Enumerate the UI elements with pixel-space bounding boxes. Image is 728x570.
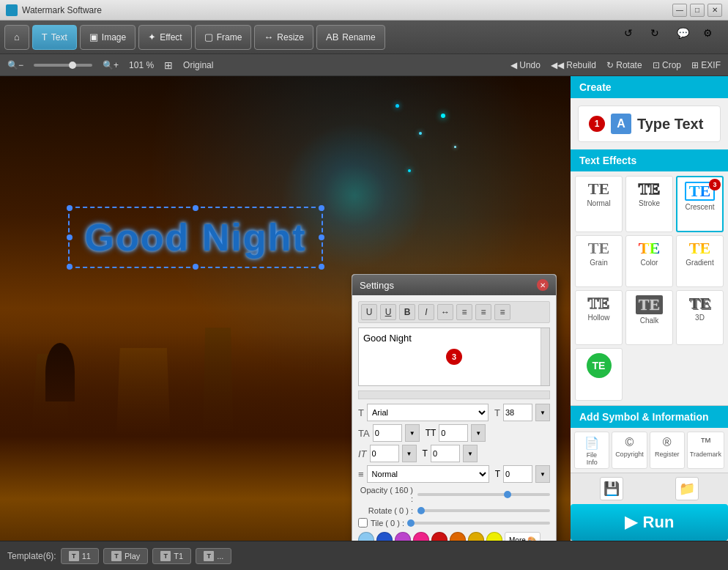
effect-stroke[interactable]: TE Stroke xyxy=(625,176,673,232)
settings-btn[interactable]: ⚙ xyxy=(703,27,724,48)
color-yellow[interactable] xyxy=(486,532,502,541)
underline-btn[interactable]: U xyxy=(361,304,377,320)
effect-grain[interactable]: TE Grain xyxy=(575,235,623,287)
frame-button[interactable]: ▢ Frame xyxy=(195,25,252,50)
more-colors-btn[interactable]: More 🎨 xyxy=(505,532,541,541)
color-lightblue[interactable] xyxy=(358,532,374,541)
h-scrollbar[interactable] xyxy=(358,391,550,399)
font-size-input[interactable] xyxy=(503,404,532,421)
tile-slider[interactable] xyxy=(407,522,550,525)
spacing-btn[interactable]: ↔ xyxy=(437,304,453,320)
blend-val-dropdown[interactable]: ▼ xyxy=(535,465,550,483)
symbol-copyright[interactable]: © Copyright xyxy=(612,432,647,469)
image-button[interactable]: ▣ Image xyxy=(80,25,135,50)
rebuild-btn[interactable]: ◀◀ Rebuild xyxy=(551,60,596,70)
resize-button[interactable]: ↔ Resize xyxy=(254,25,313,50)
handle-tm[interactable] xyxy=(193,205,198,211)
home-button[interactable]: ⌂ xyxy=(4,25,29,50)
template-11[interactable]: T 11 xyxy=(61,548,99,564)
rename-button[interactable]: AB Rename xyxy=(316,25,385,50)
color-yellow-dark[interactable] xyxy=(468,532,484,541)
handle-br[interactable] xyxy=(319,264,324,270)
color-red[interactable] xyxy=(431,532,447,541)
effect-chalk[interactable]: TE Chalk xyxy=(625,290,673,345)
effect-hollow[interactable]: TE Hollow xyxy=(575,290,623,345)
redo-toolbar-btn[interactable]: ↻ xyxy=(650,27,671,48)
template-play[interactable]: T Play xyxy=(103,548,148,564)
italic-btn[interactable]: I xyxy=(418,304,434,320)
minimize-button[interactable]: — xyxy=(672,4,687,17)
leading-dropdown[interactable]: ▼ xyxy=(471,424,486,442)
handle-tr[interactable] xyxy=(319,205,324,211)
handle-tl[interactable] xyxy=(67,205,73,211)
handle-lm[interactable] xyxy=(67,234,73,240)
zoom-in-btn[interactable]: 🔍+ xyxy=(103,60,119,70)
rotate-thumb[interactable] xyxy=(417,507,425,514)
zoom-slider[interactable] xyxy=(34,64,92,67)
exif-btn[interactable]: ⊞ EXIF xyxy=(691,60,721,70)
symbol-trademark[interactable]: ™ Trademark xyxy=(687,432,724,469)
effect-te-chalk: TE xyxy=(636,295,663,314)
opacity-slider[interactable] xyxy=(417,493,550,496)
width-input[interactable] xyxy=(431,445,460,462)
italic-amt-input[interactable] xyxy=(370,445,399,462)
watermark-container[interactable]: Good Night xyxy=(68,207,322,268)
handle-bl[interactable] xyxy=(67,264,73,270)
effect-3d[interactable]: TE 3D xyxy=(676,290,724,345)
symbol-file-info[interactable]: 📄 FileInfo xyxy=(574,432,609,469)
effect-button[interactable]: ✦ Effect xyxy=(138,25,191,50)
close-button[interactable]: ✕ xyxy=(707,4,722,17)
underline2-btn[interactable]: U xyxy=(380,304,396,320)
text-button[interactable]: T Text xyxy=(32,25,77,50)
run-icon: ▶ xyxy=(625,513,637,532)
rotate-btn[interactable]: ↻ Rotate xyxy=(606,60,642,70)
handle-rm[interactable] xyxy=(319,234,324,240)
font-family-select[interactable]: Arial xyxy=(367,404,489,421)
align-left-btn[interactable]: ≡ xyxy=(456,304,472,320)
save-btn[interactable]: 💾 xyxy=(600,477,623,500)
original-label[interactable]: Original xyxy=(183,60,213,70)
rotate-slider[interactable] xyxy=(417,509,550,512)
font-icon: T xyxy=(358,407,364,418)
align-center-btn[interactable]: ≡ xyxy=(475,304,491,320)
chat-btn[interactable]: 💬 xyxy=(677,27,697,48)
color-purple[interactable] xyxy=(395,532,411,541)
symbol-register[interactable]: ® Register xyxy=(650,432,685,469)
font-size-dropdown[interactable]: ▼ xyxy=(535,404,550,421)
template-more[interactable]: T ... xyxy=(196,548,231,564)
effect-symbol[interactable]: TE xyxy=(575,348,623,401)
width-dropdown[interactable]: ▼ xyxy=(463,445,478,462)
type-text-btn[interactable]: 1 A Type Text xyxy=(578,106,721,142)
tile-checkbox[interactable] xyxy=(358,518,368,528)
handle-bm[interactable] xyxy=(193,264,198,270)
folder-btn[interactable]: 📁 xyxy=(675,477,699,500)
tile-thumb[interactable] xyxy=(407,519,415,527)
italic-amt-dropdown[interactable]: ▼ xyxy=(402,445,417,462)
zoom-out-btn[interactable]: 🔍− xyxy=(7,60,23,70)
opacity-thumb[interactable] xyxy=(504,491,511,498)
align-right-btn[interactable]: ≡ xyxy=(494,304,510,320)
effect-color[interactable]: TE Color xyxy=(625,235,673,287)
blend-val-input[interactable] xyxy=(503,465,532,483)
template-t1[interactable]: T T1 xyxy=(152,548,191,564)
blend-select[interactable]: Normal xyxy=(367,465,489,483)
text-input[interactable]: Good Night xyxy=(359,328,549,380)
text-scrollbar[interactable] xyxy=(541,328,549,385)
crop-btn[interactable]: ⊡ Crop xyxy=(653,60,681,70)
maximize-button[interactable]: □ xyxy=(690,4,705,17)
color-blue[interactable] xyxy=(376,532,393,541)
tracking-dropdown[interactable]: ▼ xyxy=(405,424,420,442)
leading-input[interactable] xyxy=(439,424,468,442)
zoom-thumb[interactable] xyxy=(69,62,76,69)
undo-toolbar-btn[interactable]: ↺ xyxy=(624,27,645,48)
bold-btn[interactable]: B xyxy=(399,304,415,320)
effect-normal[interactable]: TE Normal xyxy=(575,176,623,232)
dialog-close-btn[interactable]: ✕ xyxy=(537,279,549,291)
undo-btn[interactable]: ◀ Undo xyxy=(510,60,541,70)
run-button[interactable]: ▶ Run xyxy=(571,504,728,541)
effect-crescent[interactable]: 3 TE Crescent xyxy=(676,176,724,232)
tracking-input[interactable] xyxy=(373,424,402,442)
color-pink[interactable] xyxy=(413,532,429,541)
color-orange[interactable] xyxy=(450,532,466,541)
effect-gradient[interactable]: TE Gradient xyxy=(676,235,724,287)
